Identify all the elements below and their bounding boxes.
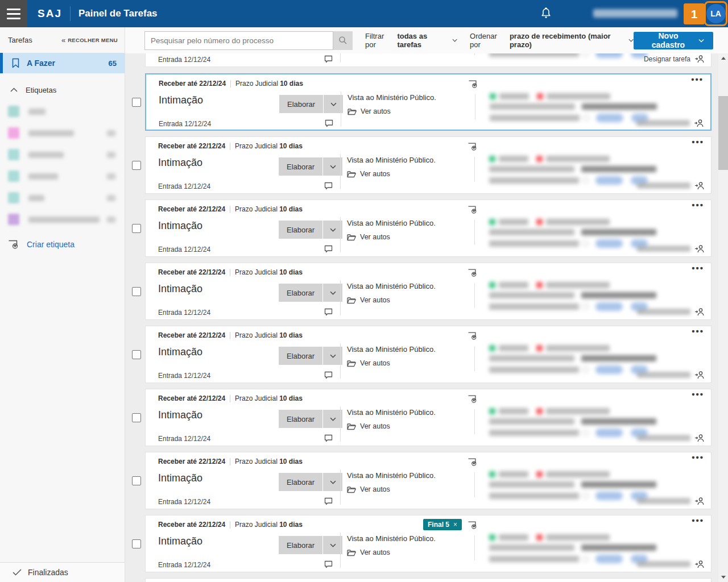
assign-task-button[interactable]: Designar tarefa: [636, 119, 704, 127]
bell-icon[interactable]: [538, 6, 554, 22]
sidebar-label-item[interactable]: [0, 144, 125, 165]
add-label-icon[interactable]: [468, 458, 478, 466]
sidebar-label-item[interactable]: [0, 165, 125, 187]
view-case-files-link[interactable]: Ver autos: [347, 296, 390, 304]
task-card[interactable]: Receber até 22/12/24 Prazo Judicial 10 d…: [145, 136, 712, 194]
elaborar-button[interactable]: Elaborar: [279, 221, 322, 239]
comment-icon[interactable]: [324, 497, 333, 505]
assign-task-button[interactable]: Designar tarefa: [637, 244, 704, 253]
assign-task-button[interactable]: Designar tarefa: [637, 181, 704, 190]
elaborar-button[interactable]: Elaborar: [279, 347, 322, 365]
sidebar-label-item[interactable]: [0, 187, 125, 209]
comment-icon[interactable]: [324, 560, 333, 568]
assign-task-button[interactable]: Designar tarefa: [644, 55, 704, 63]
elaborar-button[interactable]: Elaborar: [279, 157, 322, 176]
assign-task-button[interactable]: Designar tarefa: [637, 434, 704, 442]
view-case-files-link[interactable]: Ver autos: [347, 485, 390, 493]
task-checkbox[interactable]: [132, 98, 141, 107]
avatar[interactable]: LA: [706, 4, 726, 23]
task-card[interactable]: Receber até 22/12/24 Prazo Judicial 10 d…: [145, 452, 712, 509]
hamburger-menu-icon[interactable]: [0, 0, 27, 27]
comment-icon[interactable]: [324, 308, 333, 316]
view-case-files-link[interactable]: Ver autos: [347, 170, 390, 178]
view-case-files-link[interactable]: Ver autos: [347, 548, 390, 556]
assign-person-icon: [694, 244, 704, 253]
task-checkbox[interactable]: [132, 224, 141, 233]
task-card[interactable]: Receber até 22/12/24 Prazo Judicial 10 d…: [145, 326, 712, 383]
task-card[interactable]: Receber até 22/12/24 Prazo Judicial 10 d…: [145, 389, 712, 446]
more-options-icon[interactable]: •••: [692, 200, 704, 210]
elaborar-button[interactable]: Elaborar: [279, 284, 322, 302]
view-case-files-link[interactable]: Ver autos: [347, 359, 390, 367]
more-options-icon[interactable]: •••: [692, 263, 704, 273]
new-record-button[interactable]: Novo cadastro: [634, 32, 713, 49]
elaborar-button[interactable]: Elaborar: [279, 410, 322, 428]
comment-icon[interactable]: [324, 55, 333, 63]
more-options-icon[interactable]: •••: [692, 579, 704, 582]
comment-icon[interactable]: [325, 119, 333, 127]
comment-icon[interactable]: [324, 182, 333, 190]
sidebar-label-item[interactable]: [0, 122, 125, 144]
add-label-icon[interactable]: [468, 521, 478, 529]
more-options-icon[interactable]: •••: [692, 516, 704, 525]
search-button[interactable]: [333, 31, 353, 50]
more-options-icon[interactable]: •••: [692, 389, 704, 399]
label-color-swatch: [8, 149, 19, 160]
add-label-icon[interactable]: [468, 394, 478, 403]
elaborar-button[interactable]: Elaborar: [279, 473, 322, 491]
labels-section-toggle[interactable]: Etiquetas: [0, 81, 125, 98]
task-checkbox[interactable]: [132, 476, 141, 485]
green-label-chip: [489, 471, 495, 477]
add-label-icon[interactable]: [468, 331, 478, 340]
scroll-up-arrow[interactable]: [718, 53, 728, 63]
more-options-icon[interactable]: •••: [692, 137, 704, 147]
create-label-button[interactable]: Criar etiqueta: [0, 239, 125, 249]
task-card[interactable]: Receber até 22/12/24 Prazo Judicial 10 d…: [145, 73, 712, 131]
task-checkbox[interactable]: [132, 161, 141, 170]
sidebar-label-item[interactable]: [0, 101, 125, 122]
sidebar-item-a-fazer[interactable]: A Fazer 65: [0, 53, 125, 73]
assign-task-button[interactable]: Designar tarefa: [637, 560, 704, 568]
add-label-icon[interactable]: [468, 142, 478, 151]
task-checkbox[interactable]: [132, 287, 141, 296]
task-checkbox[interactable]: [132, 539, 141, 548]
task-card[interactable]: Receber até 22/12/24 Prazo Judicial 10 d…: [145, 515, 712, 572]
add-label-icon[interactable]: [468, 205, 478, 214]
add-label-icon[interactable]: [468, 268, 478, 277]
sort-dropdown[interactable]: Ordenar porprazo de recebimento (maior p…: [470, 32, 634, 49]
search-input[interactable]: [144, 31, 333, 50]
remove-label-icon[interactable]: ×: [453, 521, 457, 529]
more-options-icon[interactable]: •••: [692, 452, 704, 462]
assign-task-button[interactable]: Designar tarefa: [637, 497, 704, 505]
sidebar-item-finalizadas[interactable]: Finalizadas: [0, 562, 125, 582]
assign-task-button[interactable]: Designar tarefa: [637, 307, 704, 316]
assign-task-button[interactable]: Designar tarefa: [637, 371, 704, 379]
task-card[interactable]: Receber até 22/12/24 Prazo Judicial 10 d…: [145, 53, 712, 67]
view-case-files-link[interactable]: Ver autos: [348, 107, 391, 115]
more-options-icon[interactable]: •••: [692, 326, 704, 336]
filter-dropdown[interactable]: Filtrar portodas as tarefas: [365, 32, 457, 49]
task-card[interactable]: Receber até 22/12/24 Prazo Judicial 10 d…: [145, 263, 712, 320]
comment-icon[interactable]: [324, 245, 333, 253]
label-chip[interactable]: Final 5 ×: [423, 519, 462, 530]
elaborar-button[interactable]: Elaborar: [279, 95, 323, 113]
scrollbar[interactable]: [718, 53, 728, 582]
scroll-down-arrow[interactable]: [718, 572, 728, 582]
comment-icon[interactable]: [324, 434, 333, 442]
task-card[interactable]: Receber até 22/12/24 Prazo Judicial 10 d…: [145, 578, 712, 582]
chevron-down-icon: [698, 39, 704, 43]
divider: [474, 53, 475, 55]
collapse-menu-button[interactable]: « RECOLHER MENU: [61, 36, 118, 44]
comment-icon[interactable]: [324, 371, 333, 379]
blue-badge: [595, 492, 623, 500]
sidebar-label-item[interactable]: [0, 209, 125, 230]
add-label-icon[interactable]: [468, 80, 478, 88]
task-checkbox[interactable]: [132, 350, 141, 359]
elaborar-button[interactable]: Elaborar: [279, 536, 322, 554]
scrollbar-thumb[interactable]: [718, 96, 728, 170]
more-options-icon[interactable]: •••: [691, 74, 704, 84]
task-card[interactable]: Receber até 22/12/24 Prazo Judicial 10 d…: [145, 199, 712, 257]
task-checkbox[interactable]: [132, 413, 141, 422]
view-case-files-link[interactable]: Ver autos: [347, 422, 390, 430]
view-case-files-link[interactable]: Ver autos: [347, 233, 390, 241]
